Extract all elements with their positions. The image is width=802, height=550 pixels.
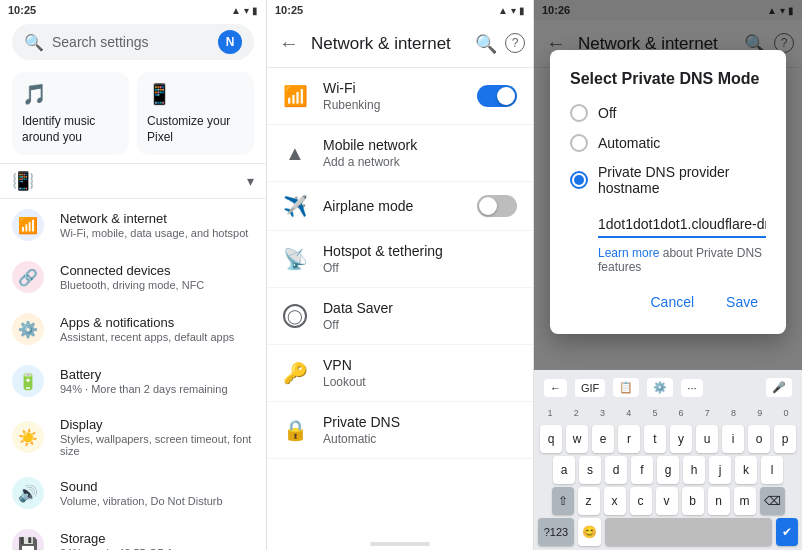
key-j[interactable]: j [709,456,731,484]
key-space[interactable] [605,518,772,546]
sidebar-item-battery[interactable]: 🔋 Battery 94% · More than 2 days remaini… [0,355,266,407]
network-icon: 📶 [12,209,44,241]
key-p[interactable]: p [774,425,796,453]
airplane-toggle[interactable] [477,195,517,217]
keyboard-settings-btn[interactable]: ⚙️ [647,378,673,397]
key-t[interactable]: t [644,425,666,453]
mobile-item-icon: ▲ [283,142,307,165]
network-item-hotspot[interactable]: 📡 Hotspot & tethering Off [267,231,533,288]
card-customize-pixel[interactable]: 📱 Customize your Pixel [137,72,254,155]
search-bar[interactable]: 🔍 Search settings N [12,24,254,60]
connected-devices-text: Connected devices Bluetooth, driving mod… [60,263,204,291]
radio-automatic-label: Automatic [598,135,660,151]
keyboard-num-row: 1 2 3 4 5 6 7 8 9 0 [538,403,798,423]
keyboard-back-btn[interactable]: ← [544,379,567,397]
keyboard-more-btn[interactable]: ··· [681,379,702,397]
network-item-wifi[interactable]: 📶 Wi-Fi Rubenking [267,68,533,125]
key-k[interactable]: k [735,456,757,484]
scroll-indicator [370,542,430,546]
key-u[interactable]: u [696,425,718,453]
key-a[interactable]: a [553,456,575,484]
card-identify-music-text: Identify music around you [22,114,119,145]
vpn-subtitle: Lookout [323,375,517,389]
network-item-mobile[interactable]: ▲ Mobile network Add a network [267,125,533,182]
vpn-item-icon: 🔑 [283,361,307,385]
search-button[interactable]: 🔍 [475,33,497,55]
key-l[interactable]: l [761,456,783,484]
radio-option-off[interactable]: Off [570,104,766,122]
sidebar-item-sound[interactable]: 🔊 Sound Volume, vibration, Do Not Distur… [0,467,266,519]
sidebar-item-storage[interactable]: 💾 Storage 34% used · 42.55 GB free [0,519,266,550]
key-x[interactable]: x [604,487,626,515]
key-f[interactable]: f [631,456,653,484]
battery-icon2: ▮ [519,5,525,16]
network-item-private-dns[interactable]: 🔒 Private DNS Automatic [267,402,533,459]
key-symbols[interactable]: ?123 [538,518,574,546]
key-r[interactable]: r [618,425,640,453]
signal-icon: ▲ [231,5,241,16]
card-identify-music[interactable]: 🎵 Identify music around you [12,72,129,155]
dns-hostname-input[interactable] [598,212,766,238]
key-d[interactable]: d [605,456,627,484]
key-g[interactable]: g [657,456,679,484]
learn-more-link[interactable]: Learn more [598,246,659,260]
keyboard-bottom-row: ?123 😊 ✔ [538,518,798,546]
status-icons-panel1: ▲ ▾ ▮ [231,5,258,16]
vibrate-divider[interactable]: 📳 ▾ [0,163,266,199]
key-i[interactable]: i [722,425,744,453]
key-n[interactable]: n [708,487,730,515]
sidebar-item-apps[interactable]: ⚙️ Apps & notifications Assistant, recen… [0,303,266,355]
key-m[interactable]: m [734,487,756,515]
apps-icon: ⚙️ [12,313,44,345]
back-button[interactable]: ← [275,28,303,59]
keyboard-mic-btn[interactable]: 🎤 [766,378,792,397]
cards-row: 🎵 Identify music around you 📱 Customize … [0,64,266,163]
key-q[interactable]: q [540,425,562,453]
network-item-vpn[interactable]: 🔑 VPN Lookout [267,345,533,402]
sidebar-item-network[interactable]: 📶 Network & internet Wi-Fi, mobile, data… [0,199,266,251]
help-button[interactable]: ? [505,33,525,53]
connected-devices-icon: 🔗 [12,261,44,293]
private-dns-dialog: Select Private DNS Mode Off Automatic Pr… [550,50,786,334]
key-emoji[interactable]: 😊 [578,518,601,546]
network-item-airplane[interactable]: ✈️ Airplane mode [267,182,533,231]
private-dns-title: Private DNS [323,414,517,430]
cancel-button[interactable]: Cancel [642,290,702,314]
key-backspace[interactable]: ⌫ [760,487,785,515]
keyboard-gif-btn[interactable]: GIF [575,379,605,397]
display-text: Display Styles, wallpapers, screen timeo… [60,417,254,457]
key-y[interactable]: y [670,425,692,453]
storage-icon: 💾 [12,529,44,550]
save-button[interactable]: Save [718,290,766,314]
wifi-toggle[interactable] [477,85,517,107]
radio-option-hostname[interactable]: Private DNS provider hostname [570,164,766,196]
chevron-down-icon: ▾ [247,173,254,189]
avatar[interactable]: N [218,30,242,54]
key-h[interactable]: h [683,456,705,484]
key-z[interactable]: z [578,487,600,515]
keyboard-clipboard-btn[interactable]: 📋 [613,378,639,397]
sidebar-item-display[interactable]: ☀️ Display Styles, wallpapers, screen ti… [0,407,266,467]
card-customize-pixel-text: Customize your Pixel [147,114,244,145]
panel2-header: ← Network & internet 🔍 ? [267,20,533,68]
key-shift[interactable]: ⇧ [552,487,574,515]
keyboard-row-1: q w e r t y u i o p [538,425,798,453]
mobile-subtitle: Add a network [323,155,517,169]
apps-text: Apps & notifications Assistant, recent a… [60,315,234,343]
key-s[interactable]: s [579,456,601,484]
keyboard-rows: q w e r t y u i o p a s d f g h j k [538,425,798,546]
key-enter[interactable]: ✔ [776,518,798,546]
sidebar-item-connected-devices[interactable]: 🔗 Connected devices Bluetooth, driving m… [0,251,266,303]
key-w[interactable]: w [566,425,588,453]
key-o[interactable]: o [748,425,770,453]
key-b[interactable]: b [682,487,704,515]
radio-option-automatic[interactable]: Automatic [570,134,766,152]
dialog-title: Select Private DNS Mode [570,70,766,88]
radio-off-circle [570,104,588,122]
wifi-subtitle: Rubenking [323,98,461,112]
network-item-data-saver[interactable]: ◯ Data Saver Off [267,288,533,345]
key-v[interactable]: v [656,487,678,515]
dialog-actions: Cancel Save [570,290,766,314]
key-e[interactable]: e [592,425,614,453]
key-c[interactable]: c [630,487,652,515]
